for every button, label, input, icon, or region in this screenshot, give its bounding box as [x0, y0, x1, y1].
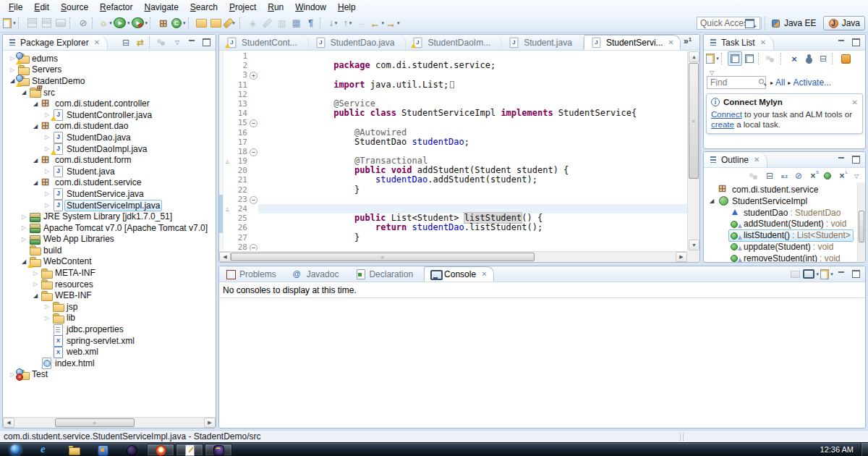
- menu-item[interactable]: Navigate: [138, 1, 184, 13]
- tab-outline[interactable]: Outline ✕: [704, 152, 767, 167]
- expand-arrow-icon[interactable]: [7, 77, 17, 84]
- editor-tab[interactable]: StudentDaoIm...: [406, 35, 502, 50]
- fold-marker-icon[interactable]: [249, 242, 258, 250]
- view-menu-icon[interactable]: [707, 69, 717, 77]
- tree-item[interactable]: StudentService.java: [3, 188, 216, 200]
- task-toolbar-icon[interactable]: [780, 53, 786, 64]
- toolbar-button-icon[interactable]: [150, 17, 155, 29]
- tree-item[interactable]: spring-servlet.xml: [3, 335, 216, 347]
- toolbar-button-icon[interactable]: [131, 16, 149, 30]
- menu-item[interactable]: Search: [184, 1, 224, 13]
- tree-item[interactable]: Servers: [3, 64, 216, 76]
- expand-arrow-icon[interactable]: [30, 180, 41, 186]
- editor-tab[interactable]: StudentCont...: [220, 35, 309, 50]
- fold-marker-icon[interactable]: [249, 223, 258, 232]
- tree-item[interactable]: index.html: [3, 358, 216, 369]
- scroll-left-icon[interactable]: ◀: [3, 418, 14, 428]
- tab-overflow-chevron[interactable]: »1: [681, 35, 696, 50]
- expand-arrow-icon[interactable]: [30, 101, 41, 107]
- tab-task-list[interactable]: Task List ✕: [704, 35, 774, 50]
- show-desktop-button[interactable]: [861, 443, 868, 456]
- fold-marker-icon[interactable]: [249, 185, 258, 195]
- expand-arrow-icon[interactable]: [30, 292, 41, 299]
- task-toolbar-icon[interactable]: [801, 51, 816, 66]
- toolbar-button-icon[interactable]: [370, 16, 386, 30]
- toolbar-button-icon[interactable]: [39, 16, 54, 30]
- fold-marker-icon[interactable]: [249, 138, 258, 147]
- task-toolbar-icon[interactable]: [765, 51, 779, 66]
- mylyn-text-part[interactable]: Connect: [711, 110, 742, 119]
- toolbar-button-icon[interactable]: [156, 16, 171, 30]
- tab-package-explorer[interactable]: Package Explorer ✕: [3, 35, 108, 50]
- taskbar-app-button[interactable]: [176, 444, 203, 456]
- taskbar-app-button[interactable]: [60, 444, 88, 456]
- expand-arrow-icon[interactable]: [30, 270, 41, 276]
- tree-item[interactable]: web.xml: [3, 346, 216, 358]
- console-tab[interactable]: Javadoc: [287, 266, 350, 282]
- filter-link[interactable]: All: [775, 77, 785, 88]
- taskbar-app-button[interactable]: [2, 444, 30, 456]
- tree-item[interactable]: StudentServiceImpl.java: [3, 200, 216, 211]
- expand-arrow-icon[interactable]: [7, 371, 17, 378]
- horizontal-scrollbar[interactable]: ◀ ≡ ▶: [219, 251, 687, 262]
- view-toolbar-icon[interactable]: [184, 35, 199, 50]
- outline-item[interactable]: uppdate(Student) : void: [704, 241, 857, 253]
- mylyn-text-part[interactable]: create: [711, 120, 734, 129]
- toolbar-button-icon[interactable]: [275, 16, 289, 30]
- window-button-icon[interactable]: [848, 35, 863, 50]
- fold-marker-icon[interactable]: [249, 214, 258, 223]
- menu-item[interactable]: Project: [224, 1, 262, 13]
- expand-arrow-icon[interactable]: [19, 89, 29, 96]
- close-icon[interactable]: ✕: [754, 156, 760, 164]
- task-toolbar-icon[interactable]: [721, 53, 726, 64]
- fold-marker-icon[interactable]: [249, 128, 258, 138]
- expand-arrow-icon[interactable]: [19, 236, 29, 242]
- expand-arrow-icon[interactable]: [19, 224, 29, 231]
- toolbar-button-icon[interactable]: [260, 16, 275, 30]
- editor-tab[interactable]: StudentServi... ✕: [584, 35, 681, 50]
- view-toolbar-icon[interactable]: [156, 35, 170, 50]
- tree-item[interactable]: jsp: [3, 301, 216, 313]
- close-icon[interactable]: ✕: [852, 98, 858, 106]
- expand-arrow-icon[interactable]: [30, 157, 41, 164]
- fold-marker-icon[interactable]: [249, 90, 258, 99]
- view-toolbar-icon[interactable]: [149, 37, 154, 48]
- view-toolbar-icon[interactable]: [133, 35, 148, 50]
- toolbar-button-icon[interactable]: [224, 16, 238, 30]
- perspective-button[interactable]: Java: [823, 16, 865, 30]
- tree-item[interactable]: com.di.student.service: [3, 177, 216, 189]
- expand-arrow-icon[interactable]: [19, 258, 29, 265]
- tree-item[interactable]: JRE System Library [jdk1.7.0_51]: [3, 211, 216, 222]
- scrollbar-thumb[interactable]: ≡: [689, 63, 699, 179]
- task-toolbar-icon[interactable]: [728, 51, 742, 66]
- expand-arrow-icon[interactable]: [42, 303, 52, 310]
- expand-arrow-icon[interactable]: [707, 198, 717, 204]
- fold-marker-icon[interactable]: [249, 156, 258, 166]
- expand-arrow-icon[interactable]: [42, 111, 52, 118]
- task-toolbar-icon[interactable]: [758, 53, 763, 64]
- view-toolbar-icon[interactable]: [199, 35, 213, 50]
- toolbar-button-icon[interactable]: [209, 16, 224, 30]
- outline-item[interactable]: studentDao : StudentDao: [704, 207, 857, 219]
- toolbar-button-icon[interactable]: [246, 16, 260, 30]
- toolbar-button-icon[interactable]: [98, 16, 113, 30]
- tree-item[interactable]: edums: [3, 53, 216, 64]
- fold-marker-icon[interactable]: [249, 204, 258, 214]
- expand-arrow-icon[interactable]: [30, 281, 41, 287]
- close-icon[interactable]: ✕: [94, 38, 100, 46]
- fold-marker-icon[interactable]: [249, 195, 258, 204]
- mylyn-text-part[interactable]: to your task and ALM tools or: [742, 110, 852, 119]
- fold-marker-icon[interactable]: [249, 233, 258, 242]
- outline-toolbar-icon[interactable]: [806, 169, 820, 183]
- mylyn-text-part[interactable]: a local task.: [734, 120, 780, 129]
- outline-toolbar-icon[interactable]: [777, 169, 791, 183]
- expand-arrow-icon[interactable]: [42, 145, 52, 152]
- console-toolbar-icon[interactable]: [788, 267, 802, 282]
- horizontal-scrollbar[interactable]: ◀ ≡ ▶: [3, 417, 216, 428]
- tree-item[interactable]: Apache Tomcat v7.0 [Apache Tomcat v7.0]: [3, 222, 216, 234]
- outline-toolbar-icon[interactable]: [791, 169, 806, 183]
- close-icon[interactable]: ✕: [481, 270, 487, 278]
- fold-marker-icon[interactable]: [249, 147, 258, 156]
- tree-item[interactable]: Test: [3, 369, 216, 381]
- toolbar-button-icon[interactable]: [195, 16, 209, 30]
